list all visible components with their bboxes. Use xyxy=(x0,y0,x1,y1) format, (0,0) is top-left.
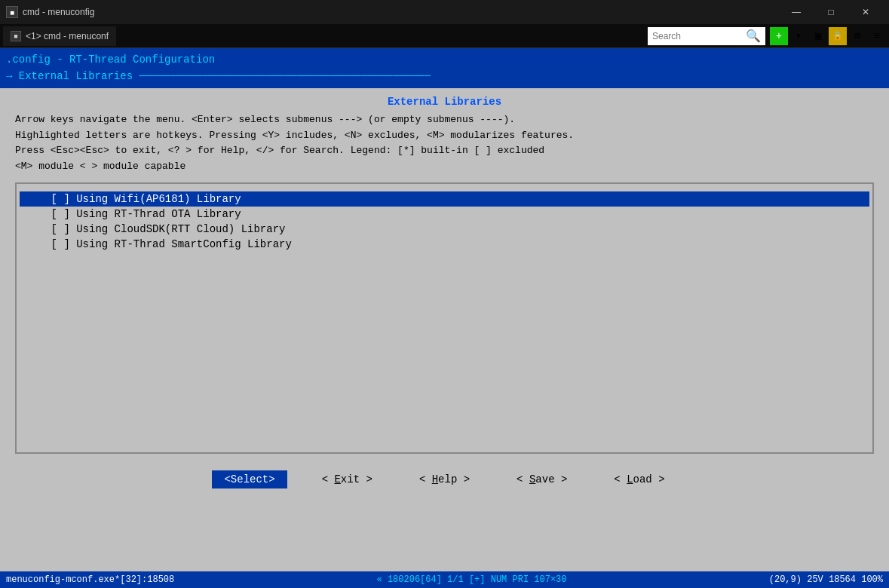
save-button[interactable]: < Save > xyxy=(504,470,579,488)
lock-icon: 🔒 xyxy=(829,27,847,45)
status-bar: menuconfig-mconf.exe*[32]:18508 « 180206… xyxy=(0,571,889,588)
exit-button[interactable]: < Exit > xyxy=(310,470,385,488)
toolbar-icons: + ▾ ▣ 🔒 ⊞ ≡ xyxy=(770,27,886,45)
app-icon: ■ xyxy=(6,6,18,18)
dropdown-icon[interactable]: ▾ xyxy=(789,27,808,45)
list-item-3[interactable]: [ ] Using RT-Thrad SmartConfig Library xyxy=(20,237,869,252)
title-bar: ■ cmd - menuconfig — □ ✕ xyxy=(0,0,889,24)
status-center: « 180206[64] 1/1 [+] NUM PRI 107×30 xyxy=(376,574,566,585)
instruction-line-4: <M> module < > module capable xyxy=(15,159,874,175)
list-item-1[interactable]: [ ] Using RT-Thrad OTA Library xyxy=(20,207,869,222)
dialog-container: External Libraries Arrow keys navigate t… xyxy=(0,88,889,502)
window-controls: — □ ✕ xyxy=(779,0,883,24)
grid-icon[interactable]: ⊞ xyxy=(848,27,866,45)
breadcrumb-line1: .config - RT-Thread Configuration xyxy=(6,51,883,68)
instructions: Arrow keys navigate the menu. <Enter> se… xyxy=(15,112,874,175)
search-icon: 🔍 xyxy=(746,29,761,44)
status-right: (20,9) 25V 18564 100% xyxy=(769,574,883,585)
list-item-2[interactable]: [ ] Using CloudSDK(RTT Cloud) Library xyxy=(20,222,869,237)
options-list: [ ] Using Wifi(AP6181) Library [ ] Using… xyxy=(15,182,874,454)
select-button[interactable]: <Select> xyxy=(212,470,287,488)
minimize-button[interactable]: — xyxy=(779,0,814,24)
status-left: menuconfig-mconf.exe*[32]:18508 xyxy=(6,574,174,585)
instruction-line-2: Highlighted letters are hotkeys. Pressin… xyxy=(15,128,874,144)
maximize-button[interactable]: □ xyxy=(814,0,848,24)
help-button[interactable]: < Help > xyxy=(407,470,482,488)
main-content: External Libraries Arrow keys navigate t… xyxy=(0,88,889,588)
button-bar: <Select>< Exit >< Help >< Save >< Load > xyxy=(15,461,874,495)
instruction-line-1: Arrow keys navigate the menu. <Enter> se… xyxy=(15,112,874,128)
tab-cmd-menuconf[interactable]: ■ <1> cmd - menuconf xyxy=(3,26,116,46)
load-button[interactable]: < Load > xyxy=(602,470,676,488)
tab-bar: ■ <1> cmd - menuconf 🔍 + ▾ ▣ 🔒 ⊞ ≡ xyxy=(0,24,889,48)
menu-icon[interactable]: ≡ xyxy=(868,27,886,45)
breadcrumb-area: .config - RT-Thread Configuration → Exte… xyxy=(0,48,889,88)
list-item-0[interactable]: [ ] Using Wifi(AP6181) Library xyxy=(20,191,869,207)
instruction-line-3: Press <Esc><Esc> to exit, <? > for Help,… xyxy=(15,143,874,159)
window-title: cmd - menuconfig xyxy=(23,7,779,17)
dialog-title: External Libraries xyxy=(15,96,874,108)
tab-icon: ■ xyxy=(11,31,21,41)
search-box[interactable]: 🔍 xyxy=(648,27,765,45)
tab-label: <1> cmd - menuconf xyxy=(26,31,109,41)
window-icon[interactable]: ▣ xyxy=(809,27,827,45)
add-icon[interactable]: + xyxy=(770,27,788,45)
search-input[interactable] xyxy=(652,31,743,41)
breadcrumb-line2: → External Libraries ───────────────────… xyxy=(6,68,883,84)
close-button[interactable]: ✕ xyxy=(848,0,883,24)
